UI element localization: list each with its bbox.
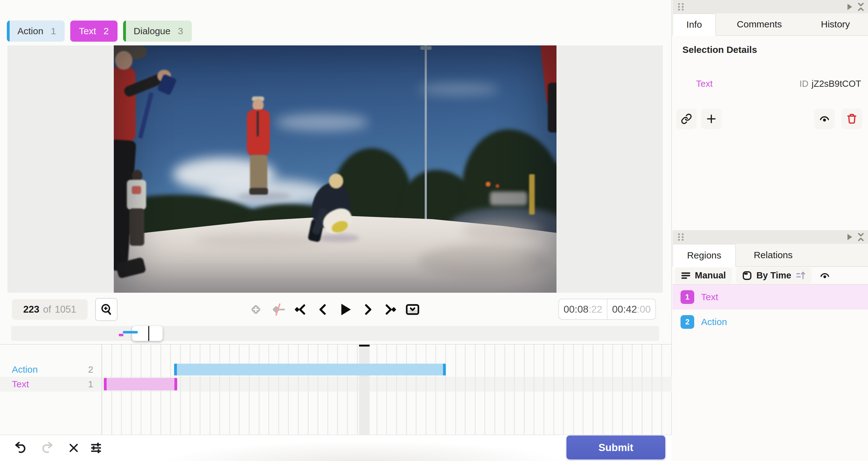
selection-details-heading: Selection Details [682,45,868,55]
minimap-playhead [148,326,149,341]
toggle-all-visibility-button[interactable] [819,270,830,281]
tag-label: Text [79,26,96,36]
plus-icon [706,113,717,124]
total-duration: 00:42:00 [607,299,655,319]
timeline-zoom-button[interactable] [95,298,118,321]
undo-button[interactable] [12,440,28,456]
detach-panel-icon[interactable] [846,233,853,241]
selection-actions [673,109,868,129]
hide-region-button[interactable] [814,109,835,129]
tab-regions[interactable]: Regions [673,244,736,267]
chevron-left-icon [316,302,330,316]
tag-label: Dialogue [134,26,170,36]
minimap-action-region [123,331,138,334]
collapse-panel-icon[interactable] [856,232,866,242]
drag-handle-icon[interactable] [676,2,685,11]
create-relation-button[interactable] [676,109,697,129]
delete-region-button[interactable] [842,109,862,129]
total-time-frames: :00 [637,304,651,315]
edge-figure-head [115,51,132,70]
timeline-minimap[interactable] [11,326,659,341]
tab-comments[interactable]: Comments [716,13,803,35]
play-icon [337,301,353,318]
tag-hotkey: 3 [178,26,183,36]
toggle-timeline-button[interactable] [404,298,421,321]
collapse-panel-icon[interactable] [856,2,866,11]
close-icon [68,442,80,454]
track-label-text: Text [12,379,29,390]
current-frame: 223 [23,304,39,315]
selection-row[interactable]: Text IDjZ2sB9tCOT [673,79,868,91]
keypoint-add-icon [249,302,263,317]
region-row-action[interactable]: 2 Action [673,310,868,335]
group-by-button[interactable]: Manual [675,267,732,284]
cloud [275,114,369,131]
add-keypoint-button[interactable] [247,298,265,321]
order-by-label: By Time [756,270,791,281]
redo-button[interactable] [40,440,55,456]
current-time[interactable]: 00:08:22 [559,299,607,319]
region-row-text[interactable]: 1 Text [673,285,868,310]
frame-grid[interactable] [101,345,663,435]
play-button[interactable] [337,298,354,321]
orange-marker [496,184,499,188]
playhead-column[interactable] [359,345,370,435]
timeline-region-action[interactable] [174,364,446,375]
current-time-frames: :22 [589,304,602,315]
order-by-button[interactable]: By Time [736,267,812,284]
id-value: jZ2sB9tCOT [811,79,861,89]
regions-panel-header [673,230,868,244]
remove-keypoint-button[interactable] [270,298,287,321]
standing-person-boots [249,188,268,195]
video-labeling-app: Action 1 Text 2 Dialogue 3 [0,0,868,461]
frame-counter[interactable]: 223 of 1051 [12,299,88,320]
undo-icon [13,441,27,455]
tag-dialogue[interactable]: Dialogue 3 [123,21,192,42]
tag-text[interactable]: Text 2 [70,21,118,42]
by-time-icon [742,270,752,281]
tag-action[interactable]: Action 1 [7,21,65,42]
playhead-handle[interactable] [359,345,370,347]
standing-person-pants [250,155,267,190]
tab-info[interactable]: Info [673,13,716,36]
previous-frame-button[interactable] [314,298,332,321]
region-label: Action [701,317,727,327]
info-panel-tabs: Info Comments History [673,13,868,36]
orange-marker [486,182,491,186]
side-panel: Info Comments History Selection Details … [673,0,868,461]
previous-keypoint-button[interactable] [292,298,309,321]
total-time-main: 00:42 [612,304,637,315]
detach-panel-icon[interactable] [846,3,853,10]
drag-handle-icon[interactable] [676,232,685,242]
next-frame-button[interactable] [359,298,376,321]
edge-figure-strap [138,92,154,139]
timecode-display: 00:08:22 00:42:00 [558,299,656,320]
skier-with-bib-legs [129,208,144,246]
eye-icon [819,270,830,281]
yellow-post [529,174,535,214]
reset-button[interactable] [66,440,82,456]
minimap-viewport-handle[interactable] [132,326,163,341]
current-time-main: 00:08 [564,304,589,315]
regions-toolbar: Manual By Time [673,267,868,285]
tabs-filler [810,244,868,266]
add-meta-button[interactable] [701,109,721,129]
edge-figure-red-jacket [114,67,135,142]
tag-color-strip [123,21,126,42]
skier-with-bib [127,180,146,210]
settings-button[interactable] [88,440,104,456]
snow-shadow [462,220,543,241]
light-pole-lamp [420,46,432,50]
tab-history[interactable]: History [803,13,868,35]
submit-button[interactable]: Submit [566,435,665,459]
keypoint-prev-icon [293,302,308,317]
group-by-label: Manual [695,270,726,281]
link-icon [681,113,692,124]
region-index-badge: 1 [681,290,694,304]
tag-color-strip [7,21,10,42]
tag-hotkey: 2 [103,26,109,36]
timeline-region-text[interactable] [104,378,177,391]
next-keypoint-button[interactable] [381,298,399,321]
tab-relations[interactable]: Relations [736,244,810,266]
total-frames: 1051 [55,304,76,315]
